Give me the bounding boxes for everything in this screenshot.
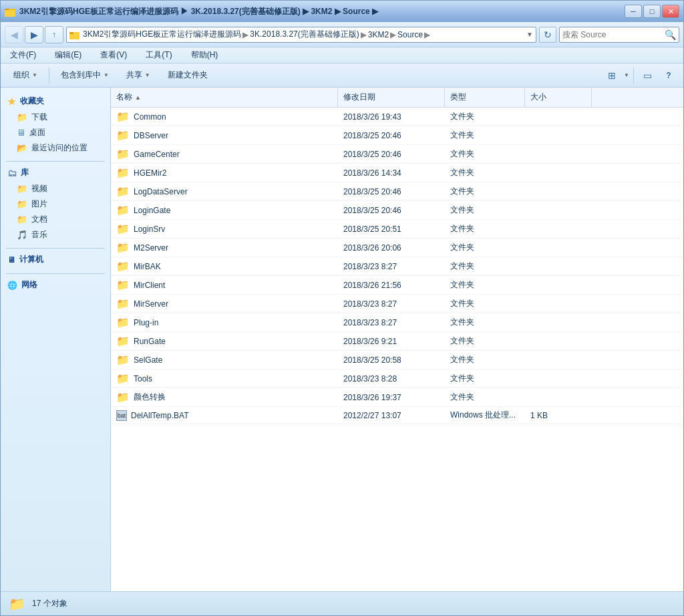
file-type-cell: 文件夹	[445, 183, 525, 200]
view-dropdown-arrow[interactable]: ▼	[624, 72, 629, 78]
path-part-3[interactable]: 3KM2	[368, 30, 389, 39]
title-bar-buttons: ─ □ ✕	[625, 5, 679, 18]
preview-pane-button[interactable]: ▭	[638, 67, 657, 84]
table-row[interactable]: bat DelAllTemp.BAT 2012/2/27 13:07 Windo…	[111, 407, 683, 424]
new-folder-button[interactable]: 新建文件夹	[160, 66, 215, 84]
address-path: 3KM2引擎源码HGE板正常运行编泽进服源码 ▶ 3K.2018.3.27(完善…	[83, 29, 524, 40]
col-header-name[interactable]: 名称 ▲	[111, 88, 338, 107]
file-date-cell: 2018/3/23 8:27	[338, 315, 445, 330]
sidebar-network-header[interactable]: 🌐 网络	[1, 277, 110, 293]
folder-icon: 📁	[116, 166, 130, 179]
file-list: 名称 ▲ 修改日期 类型 大小 📁 Common 2018/3/26 19:	[111, 88, 683, 591]
sidebar-item-music[interactable]: 🎵 音乐	[1, 227, 110, 243]
sidebar-item-docs[interactable]: 📁 文档	[1, 212, 110, 227]
file-name-cell: 📁 MirBAK	[111, 257, 338, 275]
table-row[interactable]: 📁 MirBAK 2018/3/23 8:27 文件夹	[111, 257, 683, 276]
path-part-4[interactable]: Source	[397, 30, 423, 39]
table-row[interactable]: 📁 LoginGate 2018/3/25 20:46 文件夹	[111, 201, 683, 220]
up-button[interactable]: ↑	[45, 26, 63, 43]
include-library-button[interactable]: 包含到库中 ▼	[53, 66, 116, 84]
table-row[interactable]: 📁 LoginSrv 2018/3/25 20:51 文件夹	[111, 220, 683, 239]
file-name-cell: 📁 Tools	[111, 369, 338, 388]
file-list-header: 名称 ▲ 修改日期 类型 大小	[111, 88, 683, 108]
bat-icon: bat	[116, 410, 127, 421]
col-header-size[interactable]: 大小	[525, 88, 592, 107]
sidebar-item-desktop[interactable]: 🖥 桌面	[1, 125, 110, 140]
menu-file[interactable]: 文件(F)	[6, 48, 40, 62]
docs-folder-icon: 📁	[17, 214, 27, 224]
maximize-button[interactable]: □	[643, 5, 661, 18]
sidebar-item-pictures[interactable]: 📁 图片	[1, 196, 110, 212]
file-name-cell: 📁 LoginGate	[111, 201, 338, 219]
table-row[interactable]: 📁 RunGate 2018/3/26 9:21 文件夹	[111, 332, 683, 351]
status-text: 17 个对象	[32, 598, 67, 609]
library-icon: 🗂	[7, 168, 17, 178]
col-header-date[interactable]: 修改日期	[338, 88, 445, 107]
file-name-cell: 📁 Plug-in	[111, 313, 338, 331]
folder-icon: 📁	[116, 148, 130, 160]
file-name-cell: bat DelAllTemp.BAT	[111, 408, 338, 424]
table-row[interactable]: 📁 Plug-in 2018/3/23 8:27 文件夹	[111, 313, 683, 332]
file-name-cell: 📁 M2Server	[111, 239, 338, 257]
sidebar-computer-header[interactable]: 🖥 计算机	[1, 251, 110, 268]
sidebar-section-computer: 🖥 计算机	[1, 251, 110, 268]
file-size-cell	[525, 114, 592, 120]
file-size-cell	[525, 245, 592, 251]
menu-view[interactable]: 查看(V)	[96, 48, 131, 62]
change-view-button[interactable]: ⊞	[603, 67, 621, 84]
help-button[interactable]: ?	[659, 67, 678, 84]
sidebar-favorites-header[interactable]: ★ 收藏夹	[1, 93, 110, 110]
table-row[interactable]: 📁 LogDataServer 2018/3/25 20:46 文件夹	[111, 182, 683, 201]
file-date-cell: 2012/2/27 13:07	[338, 408, 445, 423]
sidebar-library-header[interactable]: 🗂 库	[1, 164, 110, 181]
folder-icon: 📁	[116, 335, 130, 347]
download-folder-icon: 📁	[17, 112, 27, 122]
search-icon[interactable]: 🔍	[665, 29, 676, 40]
organize-button[interactable]: 组织 ▼	[6, 66, 45, 84]
table-row[interactable]: 📁 MirClient 2018/3/26 21:56 文件夹	[111, 276, 683, 295]
table-row[interactable]: 📁 HGEMir2 2018/3/26 14:34 文件夹	[111, 164, 683, 182]
sidebar-section-favorites: ★ 收藏夹 📁 下载 🖥 桌面 📂 最近访问的位置	[1, 93, 110, 156]
path-part-2[interactable]: 3K.2018.3.27(完善基础修正版)	[250, 29, 359, 40]
close-button[interactable]: ✕	[662, 5, 679, 18]
path-part-1[interactable]: 3KM2引擎源码HGE板正常运行编泽进服源码	[83, 29, 241, 40]
minimize-button[interactable]: ─	[625, 5, 642, 18]
share-button[interactable]: 共享 ▼	[119, 66, 158, 84]
file-size-cell	[525, 301, 592, 307]
sidebar-section-network: 🌐 网络	[1, 277, 110, 293]
file-date-cell: 2018/3/26 19:37	[338, 390, 445, 405]
back-button[interactable]: ◀	[5, 26, 23, 43]
address-container[interactable]: 3KM2引擎源码HGE板正常运行编泽进服源码 ▶ 3K.2018.3.27(完善…	[66, 27, 536, 43]
sidebar-item-video[interactable]: 📁 视频	[1, 181, 110, 196]
file-size-cell	[525, 226, 592, 232]
table-row[interactable]: 📁 MirServer 2018/3/23 8:27 文件夹	[111, 295, 683, 313]
forward-button[interactable]: ▶	[25, 26, 43, 43]
sidebar-item-recent[interactable]: 📂 最近访问的位置	[1, 140, 110, 156]
path-folder-icon	[69, 29, 80, 40]
refresh-button[interactable]: ↻	[539, 27, 556, 43]
menu-help[interactable]: 帮助(H)	[187, 48, 222, 62]
search-input[interactable]	[562, 30, 663, 39]
file-name-cell: 📁 RunGate	[111, 332, 338, 350]
table-row[interactable]: 📁 M2Server 2018/3/26 20:06 文件夹	[111, 239, 683, 257]
address-dropdown-arrow[interactable]: ▼	[526, 31, 533, 38]
menu-edit[interactable]: 编辑(E)	[51, 48, 86, 62]
file-name-cell: 📁 颜色转换	[111, 388, 338, 406]
col-header-type[interactable]: 类型	[445, 88, 525, 107]
search-box: 🔍	[559, 27, 679, 43]
table-row[interactable]: 📁 DBServer 2018/3/25 20:46 文件夹	[111, 126, 683, 145]
share-dropdown-icon: ▼	[145, 72, 150, 78]
file-name-cell: 📁 Common	[111, 108, 338, 126]
file-type-cell: 文件夹	[445, 164, 525, 181]
table-row[interactable]: 📁 Tools 2018/3/23 8:28 文件夹	[111, 369, 683, 388]
sidebar-item-download[interactable]: 📁 下载	[1, 110, 110, 125]
file-date-cell: 2018/3/23 8:27	[338, 297, 445, 311]
table-row[interactable]: 📁 SelGate 2018/3/25 20:58 文件夹	[111, 351, 683, 369]
computer-icon: 🖥	[7, 255, 15, 265]
file-size-cell	[525, 357, 592, 363]
table-row[interactable]: 📁 Common 2018/3/26 19:43 文件夹	[111, 108, 683, 126]
file-type-cell: 文件夹	[445, 370, 525, 387]
table-row[interactable]: 📁 颜色转换 2018/3/26 19:37 文件夹	[111, 388, 683, 407]
menu-tools[interactable]: 工具(T)	[142, 48, 176, 62]
table-row[interactable]: 📁 GameCenter 2018/3/25 20:46 文件夹	[111, 145, 683, 164]
